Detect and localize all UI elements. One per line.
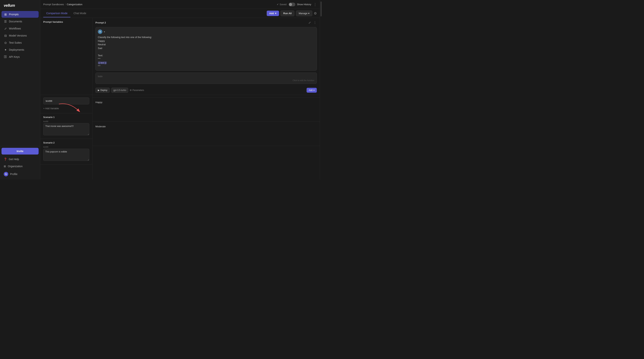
sidebar-item-label: Model Versions xyxy=(9,34,27,37)
play-icon: ▶ xyxy=(98,89,100,92)
saved-label: Saved xyxy=(280,3,286,6)
function-block[interactable]: todo Click to edit the function xyxy=(96,72,317,84)
scenario-1-input[interactable]: That movie was awesome!!!! xyxy=(43,123,89,135)
function-todo: todo xyxy=(98,75,314,78)
prompt2-icons: ⤢ ⋮ xyxy=(308,20,317,25)
deploy-button[interactable]: ▶ Deploy xyxy=(96,88,110,93)
message-avatar: S xyxy=(98,30,102,34)
add-small-button[interactable]: Add ▾ xyxy=(306,88,317,93)
add-sm-label: Add xyxy=(309,89,313,92)
toggle-knob xyxy=(289,3,292,6)
more-options-icon[interactable]: ⋮ xyxy=(314,2,317,6)
organization-icon: ⊞ xyxy=(4,165,6,168)
sidebar-item-model-versions[interactable]: ⊟ Model Versions xyxy=(2,32,38,39)
tabs-row: Comparison Mode Chat Mode Add ▾ Run All … xyxy=(40,9,320,18)
sidebar-item-documents[interactable]: ☰ Documents xyxy=(2,18,38,25)
scrollbar[interactable] xyxy=(320,0,322,180)
breadcrumb-current: Categorization xyxy=(67,3,82,6)
breadcrumb-parent[interactable]: Prompt Sandboxes xyxy=(43,3,64,6)
breadcrumb-separator: / xyxy=(65,3,66,6)
scenario-2-field-label: texttttt xyxy=(43,146,89,148)
tabs: Comparison Mode Chat Mode xyxy=(43,10,89,17)
deploy-label: Deploy xyxy=(100,89,107,92)
sidebar-item-label: Documents xyxy=(9,20,22,23)
invite-button[interactable]: Invite xyxy=(2,148,38,154)
prompt-footer-left: ▶ Deploy gpt-3.5-turbo ⚙ Parameters xyxy=(96,88,144,93)
scenario-2-result: Moderate xyxy=(92,122,320,146)
scenario-2-result-text: Moderate xyxy=(96,124,106,128)
model-badge: gpt-3.5-turbo xyxy=(111,88,128,93)
manage-button[interactable]: Manage ▾ xyxy=(296,10,312,16)
scenario-2-left: Scenario 2 texttttt This popcorn is edib… xyxy=(40,139,92,164)
message-block: S ▾ Classify the following text into one… xyxy=(96,27,317,71)
show-history-label: Show History xyxy=(297,3,311,6)
left-panel: + Add Variable Scenario 1 texttttt xyxy=(40,95,92,180)
scenario-2-title: Scenario 2 xyxy=(43,142,89,144)
scenario-2-input[interactable]: This popcorn is edible xyxy=(43,149,89,161)
parameters-button[interactable]: ⚙ Parameters xyxy=(130,89,144,92)
add-label: Add xyxy=(269,12,274,15)
message-header: S ▾ xyxy=(98,30,314,34)
test-suites-icon: ⊙ xyxy=(4,41,7,44)
show-history-control[interactable]: Show History xyxy=(289,2,311,6)
check-icon: ✓ xyxy=(277,3,279,6)
tab-actions: Add ▾ Run All Manage ▾ ⚙ xyxy=(267,10,317,16)
settings-icon[interactable]: ⚙ xyxy=(314,11,317,16)
function-hint: Click to edit the function xyxy=(98,79,314,82)
api-keys-icon: ⚿ xyxy=(4,55,7,58)
sidebar-item-test-suites[interactable]: ⊙ Test Suites xyxy=(2,39,38,46)
add-button[interactable]: Add ▾ xyxy=(267,10,279,16)
sidebar-item-label: Test Suites xyxy=(9,41,22,44)
spacer xyxy=(92,95,320,98)
scenario-1-field-label: texttttt xyxy=(43,120,89,122)
history-toggle[interactable] xyxy=(289,2,295,6)
sidebar-item-organization[interactable]: ⊞ Organization xyxy=(2,163,38,170)
template-variable: {{ text }} xyxy=(98,62,107,64)
more-options-icon[interactable]: ⋮ xyxy=(313,20,317,25)
sidebar: vellum ⊞ Prompts ☰ Documents ⤢ Workflows… xyxy=(0,0,40,180)
workflows-icon: ⤢ xyxy=(4,27,7,30)
model-versions-icon: ⊟ xyxy=(4,34,7,37)
sidebar-item-profile[interactable]: N Profile xyxy=(2,170,38,178)
gear-icon: ⚙ xyxy=(130,89,132,92)
scenario-1-result: Happy xyxy=(92,98,320,122)
profile-label: Profile xyxy=(10,172,18,176)
prompt-variables-header: Prompt Variables xyxy=(40,18,92,95)
role-dropdown[interactable]: ▾ xyxy=(104,30,105,33)
main-content: Prompt Sandboxes / Categorization ✓ Save… xyxy=(40,0,320,180)
parameters-label: Parameters xyxy=(132,89,144,92)
sidebar-item-api-keys[interactable]: ⚿ API Keys xyxy=(2,54,38,60)
deployments-icon: ✦ xyxy=(4,48,7,52)
sidebar-item-deployments[interactable]: ✦ Deployments xyxy=(2,46,38,53)
sidebar-item-prompts[interactable]: ⊞ Prompts xyxy=(2,11,38,18)
content-area: Prompt Variables Prompt 2 ⤢ ⋮ S ▾ xyxy=(40,18,320,180)
prompt2-panel-header: Prompt 2 ⤢ ⋮ xyxy=(96,20,317,25)
expand-icon[interactable]: ⤢ xyxy=(308,20,311,25)
get-help-label: Get Help xyxy=(9,158,19,161)
add-variable-button[interactable]: + Add Variable xyxy=(43,106,89,110)
top-header: Prompt Sandboxes / Categorization ✓ Save… xyxy=(40,0,320,9)
avatar: N xyxy=(4,172,8,176)
prompt2-title: Prompt 2 xyxy=(96,21,106,24)
help-icon: ❓ xyxy=(4,158,7,161)
prompt-variables-title: Prompt Variables xyxy=(43,20,89,23)
tab-chat-mode[interactable]: Chat Mode xyxy=(70,10,89,17)
tab-comparison-mode[interactable]: Comparison Mode xyxy=(43,10,70,17)
add-sm-icon: ▾ xyxy=(314,89,314,92)
app-logo: vellum xyxy=(0,0,40,10)
sidebar-item-label: Deployments xyxy=(9,48,24,51)
sidebar-item-get-help[interactable]: ❓ Get Help xyxy=(2,156,38,162)
sidebar-item-workflows[interactable]: ⤢ Workflows xyxy=(2,25,38,32)
add-variable-label: + Add Variable xyxy=(43,107,59,110)
header-actions: ✓ Saved Show History ⋮ xyxy=(277,2,317,6)
manage-dropdown-icon: ▾ xyxy=(308,12,310,15)
right-panel: Happy Moderate xyxy=(92,95,320,180)
scenario-1-left: Scenario 1 texttttt That movie was aweso… xyxy=(40,113,92,139)
variable-input[interactable] xyxy=(43,98,89,104)
run-all-button[interactable]: Run All xyxy=(280,10,294,16)
scrollbar-thumb[interactable] xyxy=(320,2,322,16)
prompt2-panel: Prompt 2 ⤢ ⋮ S ▾ Classify the following … xyxy=(92,18,320,95)
sidebar-item-label: Workflows xyxy=(9,27,21,30)
message-content[interactable]: Classify the following text into one of … xyxy=(98,36,314,68)
sidebar-item-label: Prompts xyxy=(9,13,19,16)
